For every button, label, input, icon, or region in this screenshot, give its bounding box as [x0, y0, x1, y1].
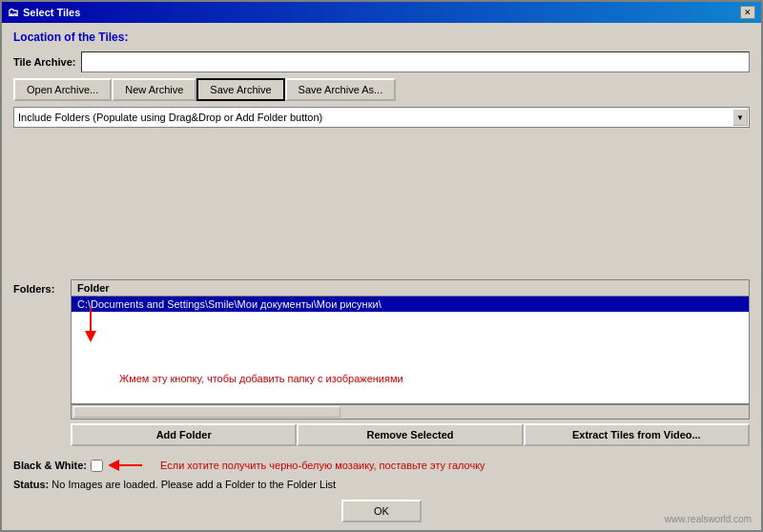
status-row: Status: No Images are loaded. Please add…: [13, 479, 750, 490]
folders-right: Folder C:\Documents and Settings\Smile\М…: [71, 279, 750, 446]
bottom-area: Black & White: Если хотите получить черн…: [13, 456, 750, 490]
bw-checkbox[interactable]: [91, 460, 103, 472]
tile-archive-input[interactable]: [81, 51, 750, 72]
location-label: Location of the Tiles:: [13, 31, 750, 44]
bw-row: Black & White: Если хотите получить черн…: [13, 456, 750, 475]
extract-tiles-button[interactable]: Extract Tiles from Video...: [524, 423, 750, 446]
save-archive-as-button[interactable]: Save Archive As...: [285, 78, 397, 101]
folder-column-header: Folder: [72, 280, 749, 297]
status-label: Status:: [13, 479, 49, 490]
ok-row: OK: [13, 500, 750, 522]
table-row[interactable]: C:\Documents and Settings\Smile\Мои доку…: [72, 297, 749, 312]
title-bar: 🗂 Select Tiles ✕: [2, 2, 761, 23]
title-icon: 🗂: [8, 6, 19, 19]
archive-button-row: Open Archive... New Archive Save Archive…: [13, 78, 750, 101]
add-annotation-text: Жмем эту кнопку, чтобы добавить папку с …: [119, 373, 403, 384]
open-archive-button[interactable]: Open Archive...: [13, 78, 112, 101]
bw-arrow-icon: [109, 456, 147, 475]
ok-button[interactable]: OK: [341, 500, 422, 522]
include-folders-dropdown[interactable]: Include Folders (Populate using Drag&Dro…: [13, 107, 750, 128]
close-button[interactable]: ✕: [740, 6, 755, 19]
window-title: Select Tiles: [23, 7, 80, 18]
add-folder-button[interactable]: Add Folder: [71, 423, 297, 446]
horizontal-scrollbar[interactable]: [71, 404, 750, 419]
tile-archive-label: Tile Archive:: [13, 56, 75, 68]
action-buttons-row: Add Folder Remove Selected Extract Tiles…: [71, 423, 750, 446]
folders-label: Folders:: [13, 279, 71, 446]
status-message: No Images are loaded. Please add a Folde…: [52, 479, 336, 490]
save-archive-button[interactable]: Save Archive: [196, 78, 284, 101]
include-folders-dropdown-wrapper: Include Folders (Populate using Drag&Dro…: [13, 107, 750, 274]
remove-selected-button[interactable]: Remove Selected: [297, 423, 523, 446]
tile-archive-row: Tile Archive:: [13, 51, 750, 72]
folders-content[interactable]: C:\Documents and Settings\Smile\Мои доку…: [72, 297, 749, 403]
bw-label: Black & White:: [13, 460, 87, 471]
title-bar-controls: ✕: [740, 6, 755, 20]
main-window: 🗂 Select Tiles ✕ Location of the Tiles: …: [0, 0, 763, 532]
folders-area: Folders: Folder C:\Documents and Setting…: [13, 279, 750, 446]
scrollbar-thumb[interactable]: [73, 406, 340, 418]
dialog-content: Location of the Tiles: Tile Archive: Ope…: [2, 23, 761, 530]
title-bar-text: 🗂 Select Tiles: [8, 6, 80, 19]
folder-panel: Folder C:\Documents and Settings\Smile\М…: [71, 279, 750, 404]
new-archive-button[interactable]: New Archive: [112, 78, 196, 101]
bw-annotation-text: Если хотите получить черно-белую мозаику…: [160, 460, 485, 471]
